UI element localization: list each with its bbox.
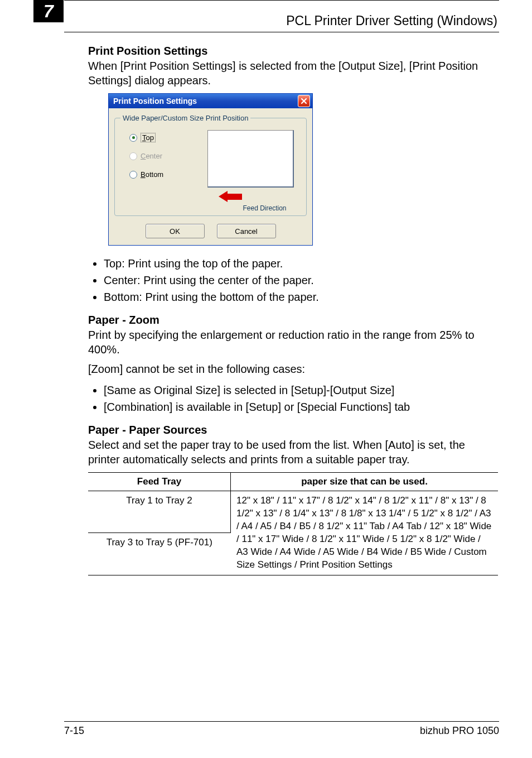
list-item: Center: Print using the center of the pa… xyxy=(104,272,498,288)
radio-center-label: Center xyxy=(141,152,162,160)
dialog-titlebar: Print Position Settings xyxy=(109,94,312,108)
cancel-button[interactable]: Cancel xyxy=(217,224,276,238)
dialog-body: Wide Paper/Custom Size Print Position To… xyxy=(109,108,312,245)
th-feed-tray: Feed Tray xyxy=(88,473,231,491)
heading-paper-sources: Paper - Paper Sources xyxy=(88,424,498,436)
page-header: 7 PCL Printer Driver Setting (Windows) xyxy=(0,1,532,28)
bullet-list-print-position: Top: Print using the top of the paper. C… xyxy=(88,256,498,305)
radio-center: Center xyxy=(129,152,201,160)
dialog-screenshot: Print Position Settings Wide Paper/Custo… xyxy=(108,93,498,246)
radio-bottom-label: Bottom xyxy=(141,170,163,179)
radio-top-label: Top xyxy=(141,133,156,142)
footer-product-name: bizhub PRO 1050 xyxy=(420,725,499,737)
bullet-list-zoom: [Same as Original Size] is selected in [… xyxy=(88,382,498,415)
feed-direction-label: Feed Direction xyxy=(215,204,286,212)
dialog-buttons: OK Cancel xyxy=(114,224,307,238)
list-item: Bottom: Print using the bottom of the pa… xyxy=(104,289,498,305)
page-title: PCL Printer Driver Setting (Windows) xyxy=(286,13,532,28)
radio-circle-icon xyxy=(129,134,137,142)
dialog-title-text: Print Position Settings xyxy=(113,97,197,105)
radio-column: Top Center Bottom xyxy=(120,128,201,212)
th-paper-size: paper size that can be used. xyxy=(231,473,499,491)
main-content: Print Position Settings When [Print Posi… xyxy=(88,45,498,575)
radio-circle-icon xyxy=(129,171,137,179)
list-item: Top: Print using the top of the paper. xyxy=(104,256,498,271)
table-feed-tray: Feed Tray paper size that can be used. T… xyxy=(88,472,498,575)
paper-preview xyxy=(207,130,294,188)
group-wide-paper-position: Wide Paper/Custom Size Print Position To… xyxy=(114,114,307,216)
footer-rule xyxy=(64,721,499,722)
radio-top[interactable]: Top xyxy=(129,133,201,142)
paragraph-zoom-intro: Print by specifying the enlargement or r… xyxy=(88,328,498,357)
chapter-number-badge: 7 xyxy=(33,0,64,22)
radio-circle-icon xyxy=(129,152,137,160)
cell-tray-3-5: Tray 3 to Tray 5 (PF-701) xyxy=(88,533,231,575)
cell-tray-1-2: Tray 1 to Tray 2 xyxy=(88,491,231,533)
paragraph-zoom-note: [Zoom] cannot be set in the following ca… xyxy=(88,362,498,377)
feed-direction-arrow-icon xyxy=(219,191,242,202)
list-item: [Combination] is available in [Setup] or… xyxy=(104,399,498,415)
ok-button[interactable]: OK xyxy=(146,224,205,238)
footer-page-number: 7-15 xyxy=(64,725,84,737)
list-item: [Same as Original Size] is selected in [… xyxy=(104,382,498,398)
paragraph-sources-intro: Select and set the paper tray to be used… xyxy=(88,438,498,467)
header-underline xyxy=(64,32,499,32)
table-header-row: Feed Tray paper size that can be used. xyxy=(88,473,498,491)
heading-print-position: Print Position Settings xyxy=(88,45,498,57)
paragraph-print-position-intro: When [Print Position Settings] is select… xyxy=(88,59,498,88)
radio-bottom[interactable]: Bottom xyxy=(129,170,201,179)
page-footer: 7-15 bizhub PRO 1050 xyxy=(0,721,532,737)
close-icon[interactable] xyxy=(298,95,310,107)
group-legend: Wide Paper/Custom Size Print Position xyxy=(120,114,250,122)
table-row: Tray 1 to Tray 2 12" x 18" / 11" x 17" /… xyxy=(88,491,498,533)
print-position-dialog: Print Position Settings Wide Paper/Custo… xyxy=(108,93,313,246)
cell-paper-sizes: 12" x 18" / 11" x 17" / 8 1/2" x 14" / 8… xyxy=(231,491,499,575)
heading-paper-zoom: Paper - Zoom xyxy=(88,314,498,327)
preview-column: Feed Direction xyxy=(201,128,301,212)
